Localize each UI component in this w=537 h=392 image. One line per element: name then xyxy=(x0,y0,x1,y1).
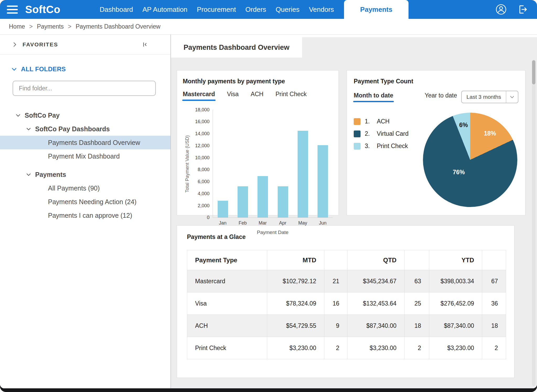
breadcrumb-current-page: Payments Dashboard Overview xyxy=(76,23,160,30)
user-account-icon[interactable] xyxy=(496,4,507,15)
collapse-sidebar-icon[interactable] xyxy=(142,41,148,48)
chevron-right-icon xyxy=(12,41,18,48)
bar-jan xyxy=(218,201,228,217)
pie-slice-label-print-check: 6% xyxy=(459,121,468,128)
tab-visa[interactable]: Visa xyxy=(227,91,239,101)
sidebar-item-payments-dashboard-overview[interactable]: Payments Dashboard Overview xyxy=(0,136,170,149)
table-cell: $3,230.00 xyxy=(267,337,324,359)
nav-item-orders[interactable]: Orders xyxy=(245,4,267,15)
x-tick-label: Jan xyxy=(213,218,233,226)
table-cell: 67 xyxy=(482,270,506,292)
topnav-items: DashboardAP AutomationProcurementOrdersQ… xyxy=(99,4,335,15)
table-row-ach: ACH$54,729.559$87,340.0018$87,340.0018 xyxy=(187,315,506,337)
pie-slice-label-virtual-card: 76% xyxy=(453,168,465,176)
main-content-inner: Payments Dashboard Overview Monthly paym… xyxy=(171,37,537,388)
column-header-empty xyxy=(405,250,429,270)
legend-label: ACH xyxy=(377,118,390,125)
sidebar-item-payments-i-can-approve-12[interactable]: Payments I can approve (12) xyxy=(0,209,170,222)
monthly-payments-card: Monthly payments by payment type Masterc… xyxy=(177,70,339,215)
favorites-label: FAVORITES xyxy=(23,41,58,48)
table-cell: ACH xyxy=(187,315,267,337)
pie-card-tabs: Month to dateYear to date xyxy=(354,92,457,102)
nav-item-procurement[interactable]: Procurement xyxy=(196,4,237,15)
table-cell: 21 xyxy=(324,270,347,292)
nav-item-payments[interactable]: Payments xyxy=(344,0,409,19)
table-cell: 18 xyxy=(405,315,429,337)
sidebar-item-softco-pay-dashboards[interactable]: SoftCo Pay Dashboards xyxy=(0,122,170,136)
table-cell: $276,452.09 xyxy=(429,292,482,315)
bar-chart-x-labels: JanFebMarAprMayJun xyxy=(213,218,333,226)
column-header-payment-type: Payment Type xyxy=(187,250,267,270)
table-cell: 2 xyxy=(405,337,429,359)
bar-card-title: Monthly payments by payment type xyxy=(183,78,333,85)
tab-year-to-date[interactable]: Year to date xyxy=(425,92,457,102)
legend-swatch xyxy=(354,118,361,125)
vertical-scrollbar-thumb[interactable] xyxy=(532,60,535,84)
nav-item-ap-automation[interactable]: AP Automation xyxy=(142,4,188,15)
sidebar-item-payments[interactable]: Payments xyxy=(0,168,170,181)
folder-search-input[interactable] xyxy=(13,81,156,96)
topnav-right xyxy=(496,4,528,15)
sidebar-item-label: SoftCo Pay Dashboards xyxy=(35,125,110,133)
legend-index: 3. xyxy=(365,143,373,150)
breadcrumb-separator: > xyxy=(29,23,33,30)
legend-item-ach: 1.ACH xyxy=(354,118,409,125)
page-tab-payments-dashboard-overview[interactable]: Payments Dashboard Overview xyxy=(171,37,302,58)
dropdown-selected-value: Last 3 months xyxy=(462,94,506,100)
menu-icon[interactable] xyxy=(7,6,18,14)
tab-mastercard[interactable]: Mastercard xyxy=(183,91,215,101)
favorites-section[interactable]: FAVORITES xyxy=(0,35,170,55)
x-tick-label: May xyxy=(293,218,313,226)
breadcrumb-payments[interactable]: Payments xyxy=(37,23,64,30)
payments-table-body: Mastercard$102,792.1221$345,234.6763$398… xyxy=(187,270,506,359)
sidebar: FAVORITES ALL FOLDERS SoftCo PaySoftCo P… xyxy=(0,35,171,388)
window-frame: SoftCo DashboardAP AutomationProcurement… xyxy=(0,0,537,392)
chevron-down-icon xyxy=(26,126,31,132)
bar-may xyxy=(298,131,308,217)
table-cell: 36 xyxy=(482,292,506,315)
column-header-mtd: MTD xyxy=(267,250,324,270)
table-cell: Visa xyxy=(187,292,267,315)
breadcrumb-home[interactable]: Home xyxy=(9,23,25,30)
bar-chart: Total Payment Value (USD) 18,00016,00014… xyxy=(183,110,333,235)
tab-print-check[interactable]: Print Check xyxy=(276,91,307,101)
tab-ach[interactable]: ACH xyxy=(251,91,264,101)
nav-item-vendors[interactable]: Vendors xyxy=(308,4,334,15)
all-folders-toggle[interactable]: ALL FOLDERS xyxy=(11,66,170,73)
payment-type-count-card: Payment Type Count Month to dateYear to … xyxy=(347,70,525,215)
sidebar-item-label: All Payments (90) xyxy=(48,184,100,192)
bar-column-may xyxy=(293,110,313,217)
bar-chart-plot xyxy=(213,110,333,218)
vertical-scrollbar-track[interactable] xyxy=(532,60,535,386)
legend-swatch xyxy=(354,143,361,150)
bar-jun xyxy=(318,145,328,217)
pie-card-title: Payment Type Count xyxy=(354,78,518,85)
all-folders-label: ALL FOLDERS xyxy=(21,66,66,73)
page-tab-row: Payments Dashboard Overview xyxy=(171,37,537,58)
bar-column-apr xyxy=(273,110,293,217)
tab-month-to-date[interactable]: Month to date xyxy=(354,92,393,102)
nav-item-dashboard[interactable]: Dashboard xyxy=(99,4,133,15)
dashboard-content: Monthly payments by payment type Masterc… xyxy=(171,58,537,388)
table-cell: 2 xyxy=(324,337,347,359)
sidebar-item-payment-mix-dashboard[interactable]: Payment Mix Dashboard xyxy=(0,149,170,163)
legend-swatch xyxy=(354,130,361,137)
folder-tree: SoftCo PaySoftCo Pay DashboardsPayments … xyxy=(0,108,170,222)
breadcrumb: Home > Payments > Payments Dashboard Ove… xyxy=(0,19,537,35)
nav-item-queries[interactable]: Queries xyxy=(275,4,300,15)
main-content: Payments Dashboard Overview Monthly paym… xyxy=(171,35,537,388)
sidebar-item-all-payments-90[interactable]: All Payments (90) xyxy=(0,181,170,195)
breadcrumb-separator: > xyxy=(68,23,71,30)
pie-chart-wrap: 18%76%6% xyxy=(423,113,517,207)
table-cell: 25 xyxy=(405,292,429,315)
table-cell: 18 xyxy=(482,315,506,337)
table-cell: $398,003.34 xyxy=(429,270,482,292)
bar-feb xyxy=(238,186,248,217)
sidebar-item-softco-pay[interactable]: SoftCo Pay xyxy=(0,108,170,122)
table-cell: $102,792.12 xyxy=(267,270,324,292)
logout-icon[interactable] xyxy=(517,4,528,15)
date-range-dropdown[interactable]: Last 3 months xyxy=(461,91,518,103)
legend-label: Virtual Card xyxy=(377,130,409,137)
sidebar-item-payments-needing-action-24[interactable]: Payments Needing Action (24) xyxy=(0,195,170,209)
top-navigation: SoftCo DashboardAP AutomationProcurement… xyxy=(0,0,537,19)
